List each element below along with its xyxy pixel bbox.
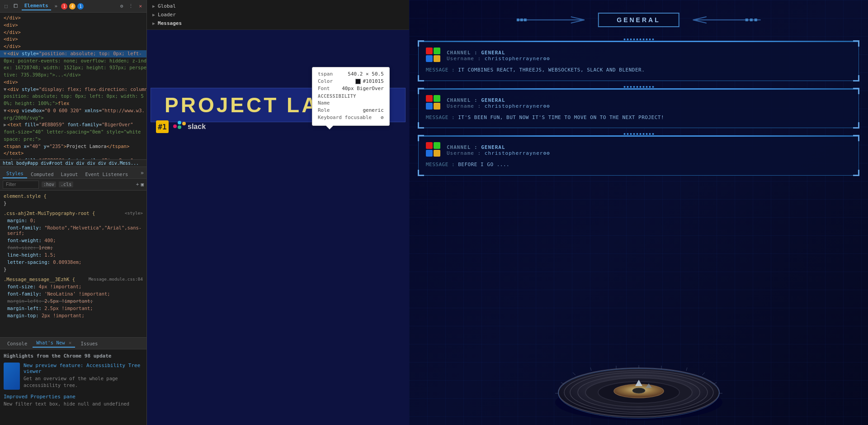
style-prop-msg-fontsize: font-size: 4px !important; [0, 283, 146, 290]
tab-computed[interactable]: Computed [27, 170, 57, 178]
whatsnew-link-accessibility[interactable]: New preview feature: Accessibility Tree … [24, 363, 140, 374]
tree-line[interactable]: <tspan x="40" y="235">Project Lamora</ts… [0, 143, 146, 150]
slack-logo: slack [173, 121, 206, 133]
card-username-1: Username : christopherrayner⚙⚙ [447, 103, 851, 109]
settings-icon[interactable]: ⚙ [118, 2, 125, 10]
filter-cls-tag[interactable]: .cls [59, 181, 73, 187]
color-swatch [355, 79, 361, 84]
tab-event-listeners[interactable]: Event Listeners [81, 170, 132, 178]
tab-issues[interactable]: Issues [77, 340, 101, 347]
tooltip-color-label: Color [318, 78, 333, 84]
whatsnew-item-properties: Improved Properties pane New filter text… [4, 394, 143, 407]
device-icon[interactable]: ⧠ [11, 2, 20, 10]
whatsnew-close-icon[interactable]: ✕ [69, 340, 72, 346]
tooltip-element-label: tspan [318, 71, 333, 77]
style-prop-lineheight: line-height: 1.5; [0, 251, 146, 258]
tree-line[interactable]: <div> [0, 22, 146, 29]
nav-messages[interactable]: ▶ Messages [147, 19, 409, 28]
tree-line[interactable]: </text> [0, 150, 146, 157]
svg-rect-2 [178, 125, 181, 129]
tab-styles[interactable]: Styles [3, 169, 27, 178]
style-tabs: Styles Computed Layout Event Listeners » [0, 167, 146, 179]
tree-line[interactable]: org/2000/svg"> [0, 115, 146, 122]
whatsnew-link-properties[interactable]: Improved Properties pane [4, 394, 75, 400]
tree-line[interactable]: ▼<div style="display: flex; flex-directi… [0, 86, 146, 93]
card-username-0: Username : christopherrayner⚙⚙ [447, 56, 851, 62]
style-prop-msg-fontfamily: font-family: 'NeoLatina' !important; [0, 290, 146, 297]
tab-layout[interactable]: Layout [57, 170, 82, 178]
html-tree: </div> <div> </div> <div> </div> ▼<div s… [0, 13, 146, 159]
svg-rect-14 [755, 19, 757, 21]
tab-whatsnew[interactable]: What's New ✕ [33, 339, 75, 348]
whatsnew-title-properties[interactable]: Improved Properties pane [4, 394, 143, 400]
add-style-icon[interactable]: + [136, 181, 139, 187]
inspect-icon[interactable]: ⬚ [3, 2, 9, 10]
tab-console[interactable]: Console [4, 340, 31, 347]
bottom-content: Highlights from the Chrome 98 update New… [0, 349, 146, 425]
nav-tree: ▶ Global ▶ Loader ▶ Messages [147, 0, 409, 30]
tree-line[interactable]: ▼<svg viewBox="0 0 600 320" xmlns="http:… [0, 107, 146, 115]
tree-line[interactable]: <div> [0, 36, 146, 43]
corner-tr-2 [853, 135, 859, 141]
corner-br-1 [853, 122, 859, 129]
corner-tr-0 [853, 40, 859, 47]
tree-line[interactable]: 0px; pointer-events: none; overflow: hid… [0, 57, 146, 65]
tree-line[interactable]: ▶<text fill="#E8B059" font-family="Biger… [0, 121, 146, 129]
scifi-bg: GENERAL [409, 0, 868, 425]
tree-line[interactable]: space: pre;"> [0, 136, 146, 143]
style-prop-msg-marginleft2: margin-left: 2.5px !important; [0, 305, 146, 312]
svg-rect-3 [182, 122, 186, 125]
more-style-tabs-icon[interactable]: » [141, 170, 144, 176]
filter-input[interactable] [3, 181, 39, 189]
tree-line[interactable]: <div> [0, 79, 146, 86]
whatsnew-item-accessibility: New preview feature: Accessibility Tree … [4, 363, 143, 394]
tree-line[interactable]: font-size="40" letter-spacing="0em" styl… [0, 129, 146, 136]
tooltip-tail [326, 125, 333, 129]
style-closing: } [0, 200, 146, 207]
nav-arrow-global: ▶ [152, 4, 155, 9]
whatsnew-thumb-accessibility [4, 363, 20, 390]
tree-line[interactable]: position: absolute; top: 0px; left: 0px;… [0, 93, 146, 100]
tree-line[interactable]: 0%; height: 100%;">flex [0, 100, 146, 107]
slack-avatar-0 [426, 48, 442, 64]
slack-avatar-1 [426, 95, 442, 111]
corner-tl-1 [418, 88, 424, 94]
svg-point-26 [632, 388, 645, 393]
tree-line[interactable]: </div> [0, 14, 146, 22]
close-icon[interactable]: ✕ [137, 2, 144, 10]
card-meta-0: Channel : general Username : christopher… [447, 50, 851, 62]
tree-line[interactable]: </div> [0, 29, 146, 36]
middle-panel: ▶ Global ▶ Loader ▶ Messages tspan 540.2… [147, 0, 409, 425]
filter-bar: :hov .cls + ▣ [0, 179, 146, 191]
tree-line-selected[interactable]: ▼<div style="position: absolute; top: 0p… [0, 50, 146, 57]
nav-global[interactable]: ▶ Global [147, 2, 409, 10]
tooltip-keyboard-label: Keyboard focusable [318, 115, 372, 120]
devtools-panel: ⬚ ⧠ Elements » 1 4 1 ⚙ ⋮ ✕ </div> <div> … [0, 0, 147, 425]
info-badge: 1 [77, 3, 84, 10]
svg-rect-9 [520, 19, 523, 21]
svg-text:slack: slack [188, 123, 206, 130]
error-badge: 1 [61, 3, 67, 10]
tree-line[interactable]: ex: 16728748; width: 1521px; height: 937… [0, 64, 146, 72]
corner-br-0 [853, 75, 859, 81]
bottom-tabs-bar: Console What's New ✕ Issues [0, 337, 146, 349]
whatsnew-title-accessibility[interactable]: New preview feature: Accessibility Tree … [24, 363, 143, 374]
more-tabs-icon[interactable]: » [53, 2, 60, 10]
more-options-icon[interactable]: ⋮ [127, 2, 135, 10]
whatsnew-desc-properties: New filter text box, hide null and undef… [4, 401, 143, 407]
card-dots-2 [623, 133, 654, 135]
elements-tab[interactable]: Elements [22, 2, 51, 10]
tree-line[interactable]: </div> [0, 43, 146, 50]
svg-line-33 [590, 368, 591, 371]
nav-loader[interactable]: ▶ Loader [147, 10, 409, 19]
nav-arrow-loader: ▶ [152, 12, 155, 17]
filter-hover-tag[interactable]: :hov [42, 181, 56, 187]
corner-bl-2 [418, 170, 424, 176]
chat-card-1: Channel : general Username : christopher… [418, 88, 859, 129]
disk-container [553, 280, 725, 425]
chat-card-2: Channel : general Username : christopher… [418, 135, 859, 176]
nav-label-messages: Messages [158, 20, 182, 26]
tree-line[interactable]: tive: 735.398px;">...</div> [0, 72, 146, 79]
chat-cards: Channel : general Username : christopher… [418, 41, 859, 183]
computed-style-icon[interactable]: ▣ [141, 181, 144, 187]
